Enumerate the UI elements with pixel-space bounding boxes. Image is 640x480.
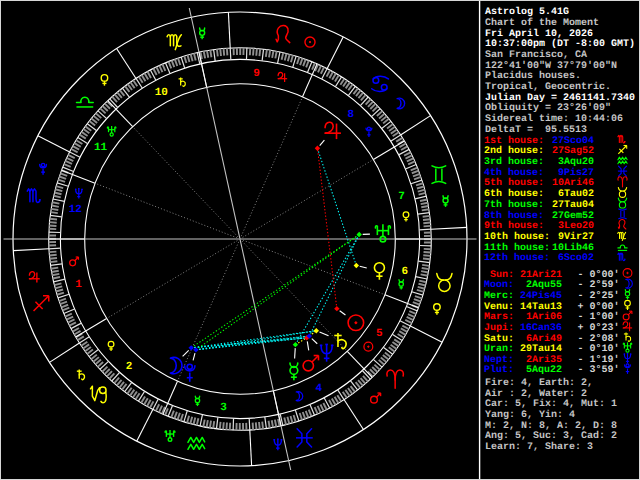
svg-text:Placidus houses.: Placidus houses. (485, 70, 581, 82)
svg-text:2nd house:: 2nd house: (484, 145, 544, 157)
svg-text:10:37:00pm (DT -8:00 GMT): 10:37:00pm (DT -8:00 GMT) (485, 38, 635, 50)
svg-text:6Ari49: 6Ari49 (520, 333, 562, 345)
svg-text:9Vir27: 9Vir27 (552, 231, 594, 243)
svg-text:- 1°19': - 1°19' (578, 354, 620, 366)
svg-text:9Pis27: 9Pis27 (552, 167, 594, 179)
svg-text:7th house:: 7th house: (484, 199, 544, 211)
svg-text:Sidereal time: 10:44:06: Sidereal time: 10:44:06 (485, 113, 623, 125)
svg-text:122°41'00"W 37°79'00"N: 122°41'00"W 37°79'00"N (485, 60, 617, 72)
svg-text:4: 4 (315, 383, 322, 395)
svg-text:6Tau02: 6Tau02 (552, 189, 594, 200)
svg-text:Venu:: Venu: (484, 302, 514, 313)
svg-text:Moon:: Moon: (484, 280, 514, 291)
svg-text:Plut:: Plut: (484, 364, 514, 376)
svg-text:27Sag52: 27Sag52 (552, 146, 594, 157)
svg-text:5Aqu22: 5Aqu22 (520, 365, 562, 376)
svg-text:27Sco04: 27Sco04 (552, 136, 594, 147)
svg-text:Mars:: Mars: (484, 312, 514, 323)
svg-text:5th house:: 5th house: (484, 177, 544, 189)
svg-text:7: 7 (398, 191, 405, 203)
svg-text:Tropical, Geocentric.: Tropical, Geocentric. (485, 81, 611, 93)
svg-text:1st house:: 1st house: (484, 135, 544, 147)
svg-text:Sun:: Sun: (484, 270, 514, 281)
svg-text:Learn: 7, Share: 3: Learn: 7, Share: 3 (485, 441, 593, 453)
svg-text:San Francisco, CA: San Francisco, CA (485, 49, 587, 61)
svg-text:12: 12 (69, 204, 82, 216)
svg-text:12th house:: 12th house: (484, 252, 550, 264)
svg-text:27Tau04: 27Tau04 (552, 200, 594, 211)
svg-text:29Tau14: 29Tau14 (520, 344, 562, 355)
svg-text:Nept:: Nept: (484, 355, 514, 366)
svg-text:3Leo20: 3Leo20 (552, 221, 594, 232)
svg-text:8th house:: 8th house: (484, 210, 544, 222)
svg-text:- 2°59': - 2°59' (578, 279, 620, 291)
svg-text:24Pis45: 24Pis45 (520, 290, 562, 302)
svg-text:- 2°08': - 2°08' (578, 333, 620, 345)
svg-text:4th house:: 4th house: (484, 167, 544, 179)
svg-text:+ 0°23': + 0°23' (578, 322, 620, 334)
svg-text:Obliquity = 23°26'09": Obliquity = 23°26'09" (485, 102, 611, 114)
svg-text:10Ari46: 10Ari46 (552, 177, 594, 189)
svg-text:11th house:: 11th house: (484, 242, 550, 254)
svg-text:Fire: 4, Earth: 2,: Fire: 4, Earth: 2, (485, 377, 593, 389)
svg-text:- 1°00': - 1°00' (578, 311, 620, 323)
svg-text:6th house:: 6th house: (484, 188, 544, 200)
svg-text:27Gem52: 27Gem52 (552, 211, 594, 222)
svg-text:DeltaT = 95.5513: DeltaT = 95.5513 (485, 124, 587, 136)
svg-text:10th house:: 10th house: (484, 231, 550, 243)
svg-text:3: 3 (220, 402, 227, 414)
svg-text:Fri April 10, 2026: Fri April 10, 2026 (485, 28, 593, 40)
svg-text:- 0°00': - 0°00' (578, 269, 620, 281)
svg-text:1: 1 (75, 279, 82, 291)
svg-text:- 2°25': - 2°25' (578, 290, 620, 302)
svg-text:Merc:: Merc: (484, 291, 514, 302)
svg-text:- 3°59': - 3°59' (578, 364, 620, 376)
svg-text:Chart of the Moment: Chart of the Moment (485, 17, 599, 29)
svg-text:8: 8 (348, 109, 355, 121)
svg-text:1Ari06: 1Ari06 (520, 311, 562, 323)
svg-text:2: 2 (126, 361, 133, 373)
svg-text:Jupi:: Jupi: (484, 322, 514, 334)
svg-text:Uran:: Uran: (484, 344, 514, 355)
svg-text:10Lib46: 10Lib46 (552, 242, 594, 254)
svg-text:Ang: 5, Suc: 3, Cad: 2: Ang: 5, Suc: 3, Cad: 2 (485, 430, 617, 442)
svg-text:2Aqu55: 2Aqu55 (520, 280, 562, 291)
svg-text:16Can36: 16Can36 (520, 323, 562, 334)
svg-text:Astrolog 5.41G: Astrolog 5.41G (485, 6, 569, 18)
svg-text:6Sco02: 6Sco02 (552, 253, 594, 264)
svg-text:Yang: 6, Yin: 4: Yang: 6, Yin: 4 (485, 409, 575, 421)
svg-text:- 0°10': - 0°10' (578, 343, 620, 355)
svg-text:5: 5 (376, 328, 383, 340)
svg-text:11: 11 (94, 142, 108, 154)
svg-text:Air : 2, Water: 2: Air : 2, Water: 2 (485, 388, 587, 400)
svg-text:9: 9 (253, 68, 260, 80)
svg-text:6: 6 (401, 266, 408, 278)
svg-text:3rd house:: 3rd house: (484, 156, 544, 168)
svg-text:14Tau13: 14Tau13 (520, 302, 562, 313)
svg-text:10: 10 (155, 87, 168, 99)
svg-text:M: 2, N: 8, A: 2, D: 8: M: 2, N: 8, A: 2, D: 8 (485, 421, 617, 432)
svg-text:Julian Day = 2461141.7340: Julian Day = 2461141.7340 (485, 92, 635, 104)
svg-text:Satu:: Satu: (484, 334, 514, 345)
svg-text:21Ari21: 21Ari21 (520, 269, 562, 281)
svg-text:+ 0°00': + 0°00' (578, 301, 620, 313)
svg-text:9th house:: 9th house: (484, 220, 544, 232)
svg-text:2Ari35: 2Ari35 (520, 354, 562, 366)
svg-text:Car: 5, Fix: 4, Mut: 1: Car: 5, Fix: 4, Mut: 1 (485, 398, 617, 410)
svg-text:3Aqu20: 3Aqu20 (552, 157, 594, 168)
